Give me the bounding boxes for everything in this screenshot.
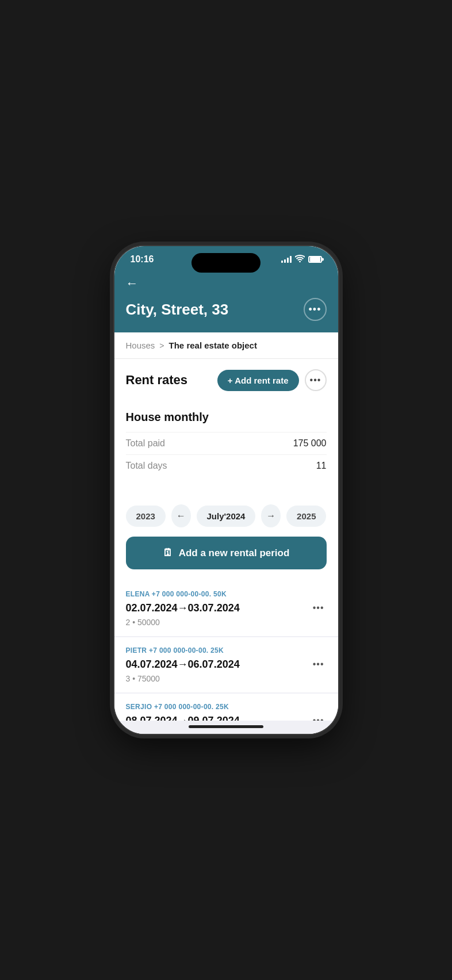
add-period-section: 🗓 Add a new rental period xyxy=(114,537,338,581)
rental-meta-0: 2 • 50000 xyxy=(126,618,327,627)
wifi-icon xyxy=(295,255,305,264)
phone-frame: 10:16 ← xyxy=(113,245,339,735)
rent-rates-section: Rent rates + Add rent rate ••• xyxy=(114,359,338,411)
signal-icon xyxy=(281,256,292,263)
rental-more-button-0[interactable]: ••• xyxy=(311,600,327,615)
home-indicator xyxy=(114,721,338,734)
add-rental-period-button[interactable]: 🗓 Add a new rental period xyxy=(126,537,327,569)
rental-entry: PIETR +7 000 000-00-00. 25K 04.07.2024→0… xyxy=(114,637,338,692)
header: ← City, Street, 33 ••• xyxy=(114,269,338,332)
rent-rates-actions: + Add rent rate ••• xyxy=(217,369,327,391)
next-month-button[interactable]: → xyxy=(261,504,281,527)
total-days-label: Total days xyxy=(126,461,167,471)
rent-rates-header: Rent rates + Add rent rate ••• xyxy=(126,369,327,391)
total-days-value: 11 xyxy=(316,461,327,471)
home-bar xyxy=(189,725,263,728)
calendar-icon: 🗓 xyxy=(163,547,173,559)
rental-dates-row-2: 08.07.2024→09.07.2024 ••• xyxy=(126,713,327,721)
total-days-row: Total days 11 xyxy=(126,454,327,477)
total-paid-label: Total paid xyxy=(126,438,166,449)
add-period-label: Add a new rental period xyxy=(179,548,290,559)
calendar-nav: 2023 ← July'2024 → 2025 xyxy=(114,495,338,537)
breadcrumb: Houses > The real estate object xyxy=(114,332,338,359)
rental-entry: ELENA +7 000 000-00-00. 50K 02.07.2024→0… xyxy=(114,581,338,636)
rental-dates-1: 04.07.2024→06.07.2024 xyxy=(126,659,240,671)
rental-list: ELENA +7 000 000-00-00. 50K 02.07.2024→0… xyxy=(114,581,338,721)
rental-dates-row-0: 02.07.2024→03.07.2024 ••• xyxy=(126,600,327,615)
rental-dates-0: 02.07.2024→03.07.2024 xyxy=(126,602,240,614)
rental-contact-1: PIETR +7 000 000-00-00. 25K xyxy=(126,646,327,654)
battery-icon xyxy=(308,256,322,263)
rent-rates-title: Rent rates xyxy=(126,373,188,388)
rent-rates-more-icon: ••• xyxy=(310,375,321,385)
rental-more-button-2[interactable]: ••• xyxy=(311,713,327,721)
rental-more-button-1[interactable]: ••• xyxy=(311,657,327,672)
status-icons xyxy=(281,255,322,264)
rental-dates-2: 08.07.2024→09.07.2024 xyxy=(126,715,240,721)
total-paid-value: 175 000 xyxy=(293,438,327,449)
header-title-row: City, Street, 33 ••• xyxy=(126,298,327,321)
rent-rates-more-button[interactable]: ••• xyxy=(305,369,327,391)
page-title: City, Street, 33 xyxy=(126,301,229,319)
rental-contact-0: ELENA +7 000 000-00-00. 50K xyxy=(126,590,327,598)
rental-meta-1: 3 • 75000 xyxy=(126,674,327,683)
content-area: Rent rates + Add rent rate ••• House mon… xyxy=(114,359,338,721)
dynamic-island xyxy=(191,253,261,273)
rate-type-title: House monthly xyxy=(126,411,327,424)
phone-screen: 10:16 ← xyxy=(114,246,338,734)
prev-year-button[interactable]: 2023 xyxy=(126,506,166,527)
stats-section: House monthly Total paid 175 000 Total d… xyxy=(114,411,338,486)
breadcrumb-parent[interactable]: Houses xyxy=(126,340,155,350)
total-paid-row: Total paid 175 000 xyxy=(126,432,327,454)
rental-contact-2: SERJIO +7 000 000-00-00. 25K xyxy=(126,703,327,711)
header-more-button[interactable]: ••• xyxy=(304,298,327,321)
next-year-button[interactable]: 2025 xyxy=(286,506,326,527)
add-rent-rate-button[interactable]: + Add rent rate xyxy=(217,370,299,391)
more-icon: ••• xyxy=(309,304,321,316)
breadcrumb-current: The real estate object xyxy=(169,340,257,350)
prev-month-button[interactable]: ← xyxy=(171,504,191,527)
status-time: 10:16 xyxy=(131,254,154,265)
spacer xyxy=(114,486,338,495)
back-button[interactable]: ← xyxy=(126,274,139,293)
rental-entry: SERJIO +7 000 000-00-00. 25K 08.07.2024→… xyxy=(114,694,338,721)
current-month-button[interactable]: July'2024 xyxy=(197,506,256,527)
rental-dates-row-1: 04.07.2024→06.07.2024 ••• xyxy=(126,657,327,672)
breadcrumb-separator: > xyxy=(159,341,164,350)
